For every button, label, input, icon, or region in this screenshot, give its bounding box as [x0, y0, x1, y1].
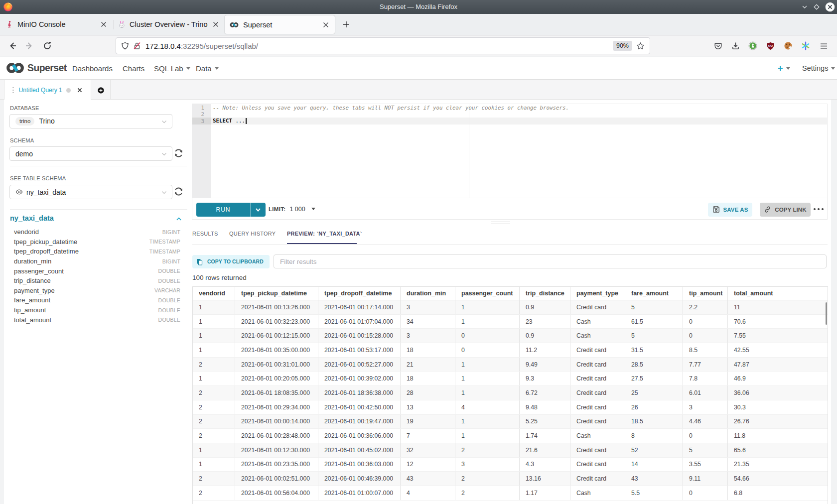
browser-tab-minio[interactable]: MinIO Console [1, 14, 113, 35]
more-actions-button[interactable] [814, 198, 824, 220]
column-type: DOUBLE [158, 297, 180, 303]
table-cell: 52 [625, 443, 683, 457]
results-table: vendoridtpep_pickup_datetimetpep_dropoff… [192, 286, 828, 504]
add-query-tab-button[interactable] [91, 80, 111, 100]
browser-tab-superset[interactable]: Superset [225, 15, 335, 34]
table-cell: 2021-06-01 01:00:07.000 [318, 486, 401, 500]
table-header-cell[interactable]: payment_type [570, 287, 625, 300]
forward-icon[interactable] [22, 35, 37, 56]
tabs-border [192, 244, 828, 245]
reload-icon[interactable] [40, 35, 55, 56]
lock-insecure-icon[interactable] [133, 42, 141, 50]
run-button[interactable]: RUN [196, 203, 266, 217]
table-header-cell[interactable]: vendorid [193, 287, 235, 300]
pocket-icon[interactable] [710, 35, 725, 56]
pane-drag-handle[interactable] [491, 222, 510, 226]
query-tab-close-icon[interactable] [77, 88, 82, 93]
table-cell: 0 [683, 315, 728, 329]
refresh-schema-icon[interactable] [173, 148, 184, 158]
tab-results[interactable]: RESULTS [192, 231, 218, 237]
nav-settings[interactable]: Settings [802, 57, 835, 80]
table-cell: 8 [625, 429, 683, 443]
tab-close-icon[interactable] [213, 21, 219, 27]
table-header-cell[interactable]: passenger_count [455, 287, 520, 300]
table-cell: 1 [455, 429, 520, 443]
table-header-cell[interactable]: tpep_pickup_datetime [235, 287, 318, 300]
table-cell: 5 [625, 329, 683, 343]
nav-add-button[interactable]: + [778, 57, 790, 80]
sql-editor[interactable]: 1 2 3 -- Note: Unless you save your quer… [192, 104, 828, 198]
table-header-cell[interactable]: trip_distance [520, 287, 570, 300]
query-tab-active[interactable]: Untitled Query 1 [4, 80, 91, 100]
limit-dropdown[interactable]: LIMIT: 1 000 [269, 198, 315, 220]
nav-data[interactable]: Data [196, 57, 219, 80]
table-column-row: fare_amount DOUBLE [14, 295, 180, 305]
bookmark-star-icon[interactable] [636, 42, 645, 50]
cookie-autodelete-icon[interactable] [781, 35, 796, 56]
table-cell: 7 [401, 429, 455, 443]
back-icon[interactable] [5, 35, 20, 56]
table-header-cell[interactable]: fare_amount [625, 287, 683, 300]
table-header-cell[interactable]: tpep_dropoff_datetime [318, 287, 401, 300]
tab-query-history[interactable]: QUERY HISTORY [229, 231, 276, 237]
table-row: 12021-06-01 00:20:05.0002021-06-01 00:39… [193, 372, 828, 386]
table-header-cell[interactable]: tip_amount [683, 287, 728, 300]
browser-tab-trino[interactable]: Cluster Overview - Trino [114, 14, 224, 35]
drag-handle-icon[interactable] [12, 87, 14, 94]
refresh-table-icon[interactable] [173, 186, 184, 197]
nav-dashboards[interactable]: Dashboards [72, 57, 113, 80]
copy-link-button[interactable]: COPY LINK [760, 203, 811, 217]
run-dropdown-icon[interactable] [251, 207, 266, 213]
table-cell: 2 [455, 486, 520, 500]
ublock-origin-icon[interactable]: UO [763, 35, 778, 56]
save-as-button[interactable]: SAVE AS [708, 203, 752, 217]
database-select[interactable]: trino Trino [9, 114, 172, 128]
table-header-cell[interactable]: duration_min [401, 287, 455, 300]
editor-toolbar: RUN LIMIT: 1 000 SAVE AS COPY LINK [192, 198, 828, 220]
table-cell: Credit card [570, 472, 625, 486]
window-maximize-icon[interactable] [813, 3, 820, 10]
sql-comment: -- Note: Unless you save your query, the… [213, 105, 569, 112]
table-cell: 6.8 [728, 486, 828, 500]
table-cell: 1 [455, 386, 520, 400]
zoom-level-badge[interactable]: 90% [613, 41, 632, 51]
new-tab-button[interactable] [339, 17, 353, 31]
table-cell: 26.76 [728, 415, 828, 429]
table-cell: 1 [193, 329, 235, 343]
table-cell: 3.55 [683, 458, 728, 472]
filter-results-input[interactable]: Filter results [274, 254, 827, 268]
table-cell: 2021-06-01 00:23:35.000 [235, 458, 318, 472]
window-close-icon[interactable] [825, 2, 835, 12]
table-cell: 7.8 [683, 372, 728, 385]
tab-close-icon[interactable] [101, 21, 107, 27]
copy-to-clipboard-button[interactable]: COPY TO CLIPBOARD [192, 255, 270, 268]
download-icon[interactable] [728, 35, 743, 56]
schema-select[interactable]: demo [9, 146, 172, 161]
table-cell: 2021-06-01 00:46:39.000 [318, 472, 401, 486]
chevron-up-icon[interactable] [176, 217, 182, 221]
limit-value: 1 000 [289, 206, 305, 213]
table-cell: 19 [401, 415, 455, 429]
table-cell: 4.46 [683, 415, 728, 429]
table-cell: 0.9 [520, 329, 570, 343]
privacy-badger-icon[interactable] [745, 35, 760, 56]
table-schema-title[interactable]: ny_taxi_data [10, 214, 54, 222]
table-column-row: vendorid BIGINT [14, 227, 180, 237]
url-input[interactable]: 172.18.0.4:32295/superset/sqllab/ 90% [116, 37, 650, 54]
containers-icon[interactable] [798, 35, 813, 56]
table-cell: 28 [401, 386, 455, 400]
table-cell: 61.5 [625, 315, 683, 329]
superset-logo[interactable]: Superset [6, 62, 67, 74]
tab-preview[interactable]: PREVIEW: `NY_TAXI_DATA` [287, 231, 362, 237]
table-select[interactable]: ny_taxi_data [9, 185, 172, 199]
tab-close-icon[interactable] [323, 22, 329, 28]
window-title: Superset — Mozilla Firefox [0, 0, 837, 14]
table-cell: Credit card [570, 300, 625, 314]
nav-sql-lab[interactable]: SQL Lab [154, 57, 190, 80]
shield-icon[interactable] [121, 42, 129, 50]
table-header-cell[interactable]: total_amount [728, 287, 828, 300]
table-scrollbar[interactable] [826, 302, 828, 325]
nav-charts[interactable]: Charts [123, 57, 144, 80]
window-minimize-icon[interactable] [801, 3, 808, 10]
hamburger-menu-icon[interactable] [816, 35, 831, 56]
